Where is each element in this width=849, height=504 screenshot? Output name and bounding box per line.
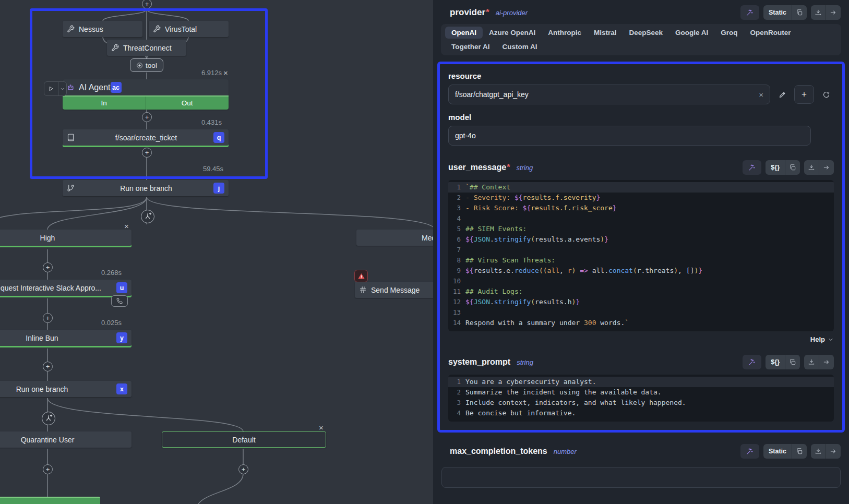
io-in[interactable]: In <box>63 97 146 110</box>
phone-call-chip[interactable] <box>111 295 128 307</box>
code-line[interactable]: 7 <box>448 245 834 255</box>
static-toggle[interactable]: Static <box>763 444 807 459</box>
model-input[interactable]: gpt-4o <box>448 126 811 146</box>
static-toggle[interactable]: Static <box>763 5 807 20</box>
tab-openrouter[interactable]: OpenRouter <box>744 27 797 39</box>
system-prompt-editor[interactable]: 1You are a cybersecurity analyst.2Summar… <box>448 375 834 422</box>
arrow-right-icon[interactable] <box>819 355 834 369</box>
edit-pencil-button[interactable] <box>774 87 790 102</box>
resource-input[interactable]: f/soar/chatgpt_api_key × <box>448 85 770 104</box>
node-branch-medium[interactable]: Medium <box>356 230 433 246</box>
expression-wand-button[interactable] <box>740 444 759 459</box>
workflow-canvas[interactable]: + + + + + + + + 6.912s × 0.431s 59.45s 0… <box>0 0 433 504</box>
plus-connector-icon[interactable]: + <box>142 148 152 158</box>
max-completion-tokens-input[interactable] <box>441 467 841 488</box>
code-line[interactable]: 1`## Context <box>448 182 834 193</box>
node-virustotal[interactable]: VirusTotal <box>149 21 229 37</box>
branch-split-icon[interactable] <box>141 210 154 223</box>
download-icon[interactable] <box>804 355 819 369</box>
close-icon[interactable]: × <box>124 222 129 230</box>
node-run-one-branch-1[interactable]: Run one branch j <box>63 180 229 196</box>
node-label: Medium <box>361 234 433 242</box>
tab-openai[interactable]: OpenAI <box>445 27 483 39</box>
copy-icon[interactable] <box>785 160 800 175</box>
tab-groq[interactable]: Groq <box>714 27 744 39</box>
code-line[interactable]: 10 <box>448 276 834 286</box>
refresh-button[interactable] <box>818 87 834 102</box>
arrow-right-icon[interactable] <box>819 160 834 175</box>
expression-toggle[interactable]: ${} <box>766 160 800 175</box>
plus-connector-icon[interactable]: + <box>43 464 53 474</box>
arrow-right-icon[interactable] <box>826 5 841 20</box>
node-branch-default[interactable]: Default <box>162 431 326 448</box>
node-quarantine-user[interactable]: Quarantine User <box>0 431 131 448</box>
expression-wand-button[interactable] <box>740 5 759 20</box>
play-button[interactable] <box>44 82 58 95</box>
tab-custom-ai[interactable]: Custom AI <box>496 41 544 53</box>
arrow-right-icon[interactable] <box>826 444 841 459</box>
code-line[interactable]: 12${JSON.stringify(results.h)} <box>448 297 834 307</box>
plus-connector-icon[interactable]: + <box>43 313 53 323</box>
node-run-one-branch-2[interactable]: Run one branch x <box>0 381 131 397</box>
run-controls[interactable] <box>44 81 67 96</box>
tab-google-ai[interactable]: Google AI <box>669 27 714 39</box>
close-icon[interactable]: × <box>223 69 228 77</box>
io-buttons[interactable] <box>811 444 841 459</box>
node-slack-approval[interactable]: Request Interactive Slack Appro... u <box>0 280 131 296</box>
user-message-editor[interactable]: 1`## Context2- Severity: ${results.f.sev… <box>448 180 834 331</box>
node-inline-bun[interactable]: Inline Bun y <box>0 330 131 346</box>
expression-toggle[interactable]: ${} <box>766 355 800 369</box>
run-options-button[interactable] <box>58 82 66 95</box>
code-line[interactable]: 4 <box>448 213 834 224</box>
code-line[interactable]: 8## Virus Scan Threats: <box>448 255 834 266</box>
tool-pill[interactable]: tool <box>130 58 163 72</box>
copy-icon[interactable] <box>785 355 800 369</box>
code-line[interactable]: 13 <box>448 307 834 318</box>
copy-icon[interactable] <box>792 5 807 20</box>
tab-together-ai[interactable]: Together AI <box>445 41 496 53</box>
io-buttons[interactable] <box>811 5 841 20</box>
code-line[interactable]: 2Summarize the incident using the availa… <box>448 387 834 398</box>
close-icon[interactable]: × <box>319 424 324 431</box>
node-create-ticket[interactable]: f/soar/create_ticket q <box>63 129 229 146</box>
add-resource-button[interactable]: + <box>794 85 814 104</box>
io-out[interactable]: Out <box>146 97 229 110</box>
node-ai-agent[interactable]: AI Agent ac In Out <box>63 79 229 110</box>
io-buttons[interactable] <box>804 355 834 369</box>
copy-icon[interactable] <box>792 444 807 459</box>
branch-split-icon[interactable] <box>42 412 55 425</box>
tab-azure-openai[interactable]: Azure OpenAI <box>483 27 542 39</box>
code-line[interactable]: 1You are a cybersecurity analyst. <box>448 377 834 387</box>
expression-wand-button[interactable] <box>743 160 761 175</box>
code-line[interactable]: 4Be concise but informative. <box>448 408 834 418</box>
plus-connector-icon[interactable]: + <box>142 112 152 122</box>
plus-connector-icon[interactable]: + <box>43 362 53 371</box>
code-line[interactable]: 6${JSON.stringify(results.a.events)} <box>448 234 834 245</box>
code-line[interactable]: 14Respond with a summary under 300 words… <box>448 318 834 328</box>
node-nessus[interactable]: Nessus <box>63 21 142 37</box>
download-icon[interactable] <box>811 5 826 20</box>
code-line[interactable]: 9${results.e.reduce((all, r) => all.conc… <box>448 266 834 276</box>
tab-deepseek[interactable]: DeepSeek <box>623 27 669 39</box>
plus-connector-icon[interactable]: + <box>238 464 248 474</box>
clear-icon[interactable]: × <box>759 90 763 99</box>
code-line[interactable]: 3- Risk Score: ${results.f.risk_score} <box>448 203 834 213</box>
tab-mistral[interactable]: Mistral <box>588 27 623 39</box>
node-branch-high[interactable]: High <box>0 230 131 246</box>
error-chip[interactable] <box>354 270 368 282</box>
help-toggle[interactable]: Help <box>448 335 834 343</box>
node-threatconnect[interactable]: ThreatConnect <box>107 40 186 56</box>
download-icon[interactable] <box>811 444 826 459</box>
code-line[interactable]: 5## SIEM Events: <box>448 224 834 234</box>
download-icon[interactable] <box>804 160 819 175</box>
tab-anthropic[interactable]: Anthropic <box>542 27 588 39</box>
io-buttons[interactable] <box>804 160 834 175</box>
expression-wand-button[interactable] <box>743 355 761 369</box>
node-send-message[interactable]: Send Message <box>355 282 433 298</box>
code-line[interactable]: 3Include context, indicators, and what l… <box>448 398 834 408</box>
code-line[interactable]: 2- Severity: ${results.f.severity} <box>448 193 834 203</box>
code-line[interactable]: 11## Audit Logs: <box>448 286 834 297</box>
user-message-field-header: user_message* string ${} <box>448 160 834 175</box>
plus-connector-icon[interactable]: + <box>43 262 53 272</box>
resource-value: f/soar/chatgpt_api_key <box>455 90 529 99</box>
